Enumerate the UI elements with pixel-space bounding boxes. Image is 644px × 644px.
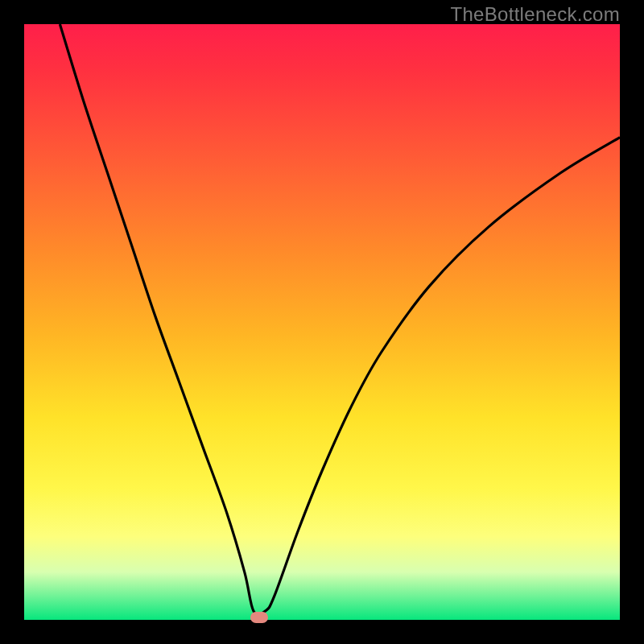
plot-area <box>24 24 620 620</box>
bottleneck-curve <box>24 24 620 620</box>
optimal-point-marker <box>250 612 268 623</box>
watermark-text: TheBottleneck.com <box>450 3 620 26</box>
chart-frame: TheBottleneck.com <box>0 0 644 644</box>
